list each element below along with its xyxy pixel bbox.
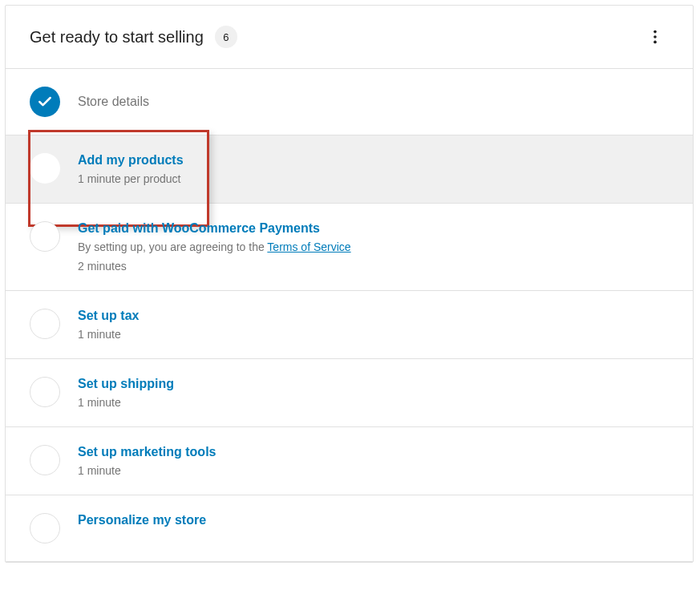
task-title[interactable]: Get paid with WooCommerce Payments xyxy=(78,221,669,236)
task-time: 1 minute xyxy=(78,464,669,477)
task-set-up-tax[interactable]: Set up tax 1 minute xyxy=(6,291,693,359)
task-marketing-tools[interactable]: Set up marketing tools 1 minute xyxy=(6,427,693,495)
task-time: 1 minute xyxy=(78,328,669,341)
task-content: Set up tax 1 minute xyxy=(78,309,669,341)
task-content: Store details xyxy=(78,95,669,109)
task-title[interactable]: Set up marketing tools xyxy=(78,445,669,459)
task-title[interactable]: Set up tax xyxy=(78,309,669,323)
task-title[interactable]: Personalize my store xyxy=(78,513,669,527)
task-get-paid[interactable]: Get paid with WooCommerce Payments By se… xyxy=(6,204,693,291)
svg-point-1 xyxy=(653,35,657,38)
task-count-badge: 6 xyxy=(215,26,237,48)
task-add-products[interactable]: Add my products 1 minute per product xyxy=(6,135,693,204)
status-incomplete-icon xyxy=(30,445,60,475)
card-title: Get ready to start selling xyxy=(30,28,204,46)
svg-point-2 xyxy=(653,41,657,44)
task-set-up-shipping[interactable]: Set up shipping 1 minute xyxy=(6,359,693,427)
setup-tasks-card: Get ready to start selling 6 Store detai… xyxy=(5,5,694,563)
task-description: By setting up, you are agreeing to the T… xyxy=(78,240,669,253)
task-list: Store details Add my products 1 minute p… xyxy=(6,69,693,562)
task-time: 1 minute xyxy=(78,396,669,409)
more-vertical-icon xyxy=(646,28,664,46)
status-complete-icon xyxy=(30,87,60,117)
task-content: Get paid with WooCommerce Payments By se… xyxy=(78,221,669,273)
status-incomplete-icon xyxy=(30,221,60,252)
task-content: Add my products 1 minute per product xyxy=(78,153,669,185)
status-incomplete-icon xyxy=(30,309,60,339)
task-title: Store details xyxy=(78,95,669,109)
svg-point-0 xyxy=(653,30,657,34)
status-incomplete-icon xyxy=(30,377,60,407)
task-content: Set up marketing tools 1 minute xyxy=(78,445,669,477)
task-desc-prefix: By setting up, you are agreeing to the xyxy=(78,240,267,253)
card-header: Get ready to start selling 6 xyxy=(6,6,693,69)
status-incomplete-icon xyxy=(30,153,60,184)
task-title[interactable]: Set up shipping xyxy=(78,377,669,391)
terms-of-service-link[interactable]: Terms of Service xyxy=(267,240,350,253)
task-content: Set up shipping 1 minute xyxy=(78,377,669,409)
status-incomplete-icon xyxy=(30,513,60,543)
task-store-details[interactable]: Store details xyxy=(6,69,693,135)
task-time: 1 minute per product xyxy=(78,172,669,185)
task-personalize-store[interactable]: Personalize my store xyxy=(6,495,693,562)
task-content: Personalize my store xyxy=(78,513,669,532)
task-time: 2 minutes xyxy=(78,260,669,273)
more-menu-button[interactable] xyxy=(641,23,669,51)
task-title[interactable]: Add my products xyxy=(78,153,669,168)
